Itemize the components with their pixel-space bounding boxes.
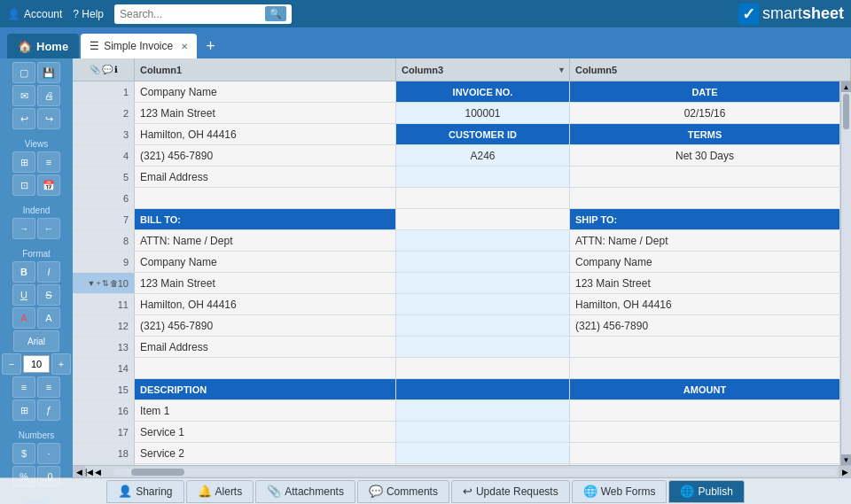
tab-sheet[interactable]: ☰ Simple Invoice ✕ [81, 34, 197, 58]
h-scroll-right-button[interactable]: ▶ [839, 466, 851, 478]
vertical-scrollbar[interactable]: ▲ ▼ [840, 81, 851, 465]
bottom-tab-web-forms[interactable]: 🌐Web Forms [572, 480, 668, 503]
cell-col1[interactable]: 123 Main Street [135, 273, 396, 293]
italic-button[interactable]: I [37, 261, 60, 283]
cell-col1[interactable]: Company Name [135, 81, 396, 102]
table-row[interactable]: 7BILL TO:SHIP TO: [73, 209, 840, 230]
cell-col1[interactable]: Hamilton, OH 44416 [135, 294, 396, 314]
scroll-thumb[interactable] [843, 94, 849, 129]
cell-col5[interactable] [570, 400, 840, 421]
row-delete-icon[interactable]: 🗑 [110, 279, 118, 288]
cell-col1[interactable]: DESCRIPTION [135, 379, 396, 399]
cell-col5[interactable]: ATTN: Name / Dept [570, 230, 840, 251]
cell-col5[interactable]: SHIP TO: [570, 209, 840, 229]
cell-col3[interactable] [396, 379, 570, 399]
cell-col3[interactable] [396, 209, 570, 229]
cell-col1[interactable] [135, 188, 396, 208]
cell-col5[interactable] [570, 464, 840, 465]
account-menu[interactable]: 👤 Account [7, 8, 62, 20]
col1-header[interactable]: Column1 [135, 58, 396, 81]
font-size-increase-button[interactable]: + [51, 353, 71, 375]
bottom-tab-attachments[interactable]: 📎Attachments [255, 480, 355, 503]
row-add-icon[interactable]: + [96, 279, 100, 288]
cell-col5[interactable]: TERMS [570, 124, 840, 144]
table-row[interactable]: 15DESCRIPTIONAMOUNT [73, 379, 840, 400]
cell-col1[interactable]: BILL TO: [135, 209, 396, 229]
bottom-tab-update-requests[interactable]: ↩Update Requests [451, 480, 570, 503]
cell-col5[interactable] [570, 337, 840, 357]
cell-col3[interactable] [396, 358, 570, 378]
undo-button[interactable]: ↩ [12, 108, 35, 129]
cell-col1[interactable]: ATTN: Name / Dept [135, 230, 396, 251]
cell-col5[interactable]: 123 Main Street [570, 273, 840, 293]
cell-col3[interactable] [396, 167, 570, 187]
bottom-tab-alerts[interactable]: 🔔Alerts [186, 480, 254, 503]
row-move-icon[interactable]: ⇅ [102, 279, 109, 288]
wrap-button[interactable]: ⊞ [12, 399, 35, 421]
table-row[interactable]: 18Service 2 [73, 443, 840, 464]
save-button[interactable]: 💾 [37, 62, 60, 83]
table-row[interactable]: 19 [73, 464, 840, 465]
cell-col1[interactable]: Service 2 [135, 443, 396, 463]
text-color-button[interactable]: A [12, 307, 35, 329]
font-size-decrease-button[interactable]: − [2, 353, 21, 375]
cell-col3[interactable] [396, 422, 570, 442]
table-row[interactable]: 16Item 1 [73, 400, 840, 422]
currency-button[interactable]: $ [12, 443, 35, 464]
cell-col3[interactable] [396, 252, 570, 272]
scroll-down-button[interactable]: ▼ [841, 454, 851, 465]
print-button[interactable]: 🖨 [37, 85, 60, 106]
cell-col3[interactable]: 100001 [396, 103, 570, 123]
table-row[interactable]: 11Hamilton, OH 44416Hamilton, OH 44416 [73, 294, 840, 315]
cell-col5[interactable]: Net 30 Days [570, 145, 840, 166]
table-row[interactable]: 3Hamilton, OH 44416CUSTOMER IDTERMS [73, 124, 840, 145]
align-center-button[interactable]: ≡ [37, 376, 60, 398]
table-row[interactable]: 8ATTN: Name / DeptATTN: Name / Dept [73, 230, 840, 252]
table-row[interactable]: ▼ + ⇅ 🗑 10123 Main Street123 Main Street [73, 273, 840, 294]
col5-header[interactable]: Column5 [570, 58, 851, 81]
tab-close-icon[interactable]: ✕ [181, 42, 188, 51]
table-row[interactable]: 13Email Address [73, 337, 840, 358]
bottom-tab-comments[interactable]: 💬Comments [357, 480, 449, 503]
cell-col3[interactable]: A246 [396, 145, 570, 166]
cell-col1[interactable]: Item 1 [135, 400, 396, 421]
cell-col1[interactable]: (321) 456-7890 [135, 315, 396, 336]
formula-button[interactable]: ƒ [37, 399, 60, 421]
align-left-button[interactable]: ≡ [12, 376, 35, 398]
cell-col3[interactable] [396, 230, 570, 251]
cell-col1[interactable]: Company Name [135, 252, 396, 272]
cell-col1[interactable]: Email Address [135, 337, 396, 357]
cell-col3[interactable] [396, 337, 570, 357]
cell-col5[interactable] [570, 443, 840, 463]
bottom-tab-publish[interactable]: 🌐Publish [668, 480, 744, 503]
h-scroll-left-button[interactable]: ◀ [73, 466, 85, 478]
cell-col3[interactable] [396, 464, 570, 465]
cell-col5[interactable]: (321) 456-7890 [570, 315, 840, 336]
cell-col5[interactable]: AMOUNT [570, 379, 840, 399]
separator-button[interactable]: · [37, 443, 60, 464]
sheet-body[interactable]: 1Company NameINVOICE NO.DATE2123 Main St… [73, 81, 840, 465]
scroll-up-button[interactable]: ▲ [841, 81, 851, 92]
indent-button[interactable]: → [12, 218, 35, 239]
cell-col1[interactable]: Service 1 [135, 422, 396, 442]
cell-col3[interactable]: CUSTOMER ID [396, 124, 570, 144]
gantt-view-button[interactable]: ≡ [37, 151, 60, 173]
cell-col3[interactable] [396, 315, 570, 336]
bottom-tab-sharing[interactable]: 👤Sharing [106, 480, 183, 503]
table-row[interactable]: 6 [73, 188, 840, 209]
col3-dropdown-icon[interactable]: ▼ [558, 66, 566, 74]
select-tool-button[interactable]: ▢ [12, 62, 35, 83]
grid-view-button[interactable]: ⊞ [12, 151, 35, 173]
table-row[interactable]: 9Company NameCompany Name [73, 252, 840, 273]
cell-col1[interactable]: Hamilton, OH 44416 [135, 124, 396, 144]
decimal-button[interactable]: .0 [37, 466, 60, 487]
cell-col1[interactable]: Email Address [135, 167, 396, 187]
table-row[interactable]: 17Service 1 [73, 422, 840, 443]
tab-home[interactable]: 🏠 Home [7, 34, 79, 58]
search-input[interactable] [120, 8, 265, 20]
cell-col3[interactable]: INVOICE NO. [396, 81, 570, 102]
redo-button[interactable]: ↪ [37, 108, 60, 129]
prev-row-button[interactable]: ◀ [95, 468, 101, 477]
cell-col3[interactable] [396, 294, 570, 314]
outdent-button[interactable]: ← [37, 218, 60, 239]
